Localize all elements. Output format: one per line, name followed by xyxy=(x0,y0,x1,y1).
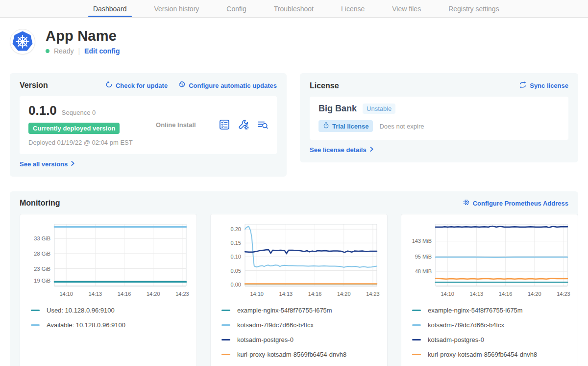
legend-item: Available: 10.128.0.96:9100 xyxy=(27,321,190,329)
version-number: 0.1.0 xyxy=(28,103,57,118)
legend-label: kotsadm-postgres-0 xyxy=(428,336,484,343)
chevron-right-icon xyxy=(71,160,75,168)
svg-text:14:16: 14:16 xyxy=(118,291,131,297)
monitoring-title: Monitoring xyxy=(20,199,60,208)
legend-item: kurl-proxy-kotsadm-8569fb6454-dnvh8 xyxy=(408,351,571,358)
preflight-checks-icon[interactable] xyxy=(219,119,230,130)
legend-item: example-nginx-54f8f76755-l675m xyxy=(408,307,571,314)
ready-status-label: Ready xyxy=(54,47,74,55)
current-version-panel: 0.1.0 Sequence 0 Currently deployed vers… xyxy=(20,96,277,154)
tab-troubleshoot[interactable]: Troubleshoot xyxy=(274,0,314,17)
legend-label: kurl-proxy-kotsadm-8569fb6454-dnvh8 xyxy=(428,351,537,358)
svg-text:95 MiB: 95 MiB xyxy=(415,254,432,260)
svg-text:0.10: 0.10 xyxy=(231,254,241,260)
legend-dash-icon xyxy=(412,354,421,355)
legend-dash-icon xyxy=(221,310,230,311)
gear-icon xyxy=(463,199,470,208)
app-logo xyxy=(10,29,35,54)
monitoring-section: Monitoring Configure Prometheus Address … xyxy=(10,191,578,366)
legend-item: kotsadm-7f9dc7d66c-b4tcx xyxy=(218,321,380,329)
memory-usage-legend: example-nginx-54f8f76755-l675mkotsadm-7f… xyxy=(408,307,571,358)
kubernetes-icon xyxy=(12,31,33,52)
license-card: License Sync license Big Bank xyxy=(300,73,578,162)
trial-license-badge: Trial license xyxy=(318,120,373,132)
schedule-icon xyxy=(178,81,186,90)
configure-prometheus-button[interactable]: Configure Prometheus Address xyxy=(463,199,568,208)
legend-item: kotsadm-postgres-0 xyxy=(408,336,571,343)
svg-text:19 GiB: 19 GiB xyxy=(34,278,50,284)
app-header: App Name Ready | Edit config xyxy=(10,28,578,55)
tab-registry-settings[interactable]: Registry settings xyxy=(448,0,499,17)
legend-item: kotsadm-7f9dc7d66c-b4tcx xyxy=(408,321,571,329)
tab-license[interactable]: License xyxy=(341,0,365,17)
svg-text:14:20: 14:20 xyxy=(147,291,160,297)
svg-text:14:23: 14:23 xyxy=(175,291,189,297)
channel-badge: Unstable xyxy=(363,104,395,114)
legend-item: kurl-proxy-kotsadm-8569fb6454-dnvh8 xyxy=(218,351,380,358)
legend-dash-icon xyxy=(31,324,40,326)
svg-text:33 GiB: 33 GiB xyxy=(34,235,50,241)
svg-text:14:20: 14:20 xyxy=(337,291,351,297)
svg-text:14:10: 14:10 xyxy=(59,291,73,297)
refresh-icon xyxy=(105,81,113,90)
tab-version-history[interactable]: Version history xyxy=(154,0,199,17)
svg-text:0.00: 0.00 xyxy=(231,282,241,288)
memory-usage-chart: 14:1014:1314:1614:2014:23143 MiB95 MiB48… xyxy=(408,220,571,300)
install-type-label: Online Install xyxy=(133,103,219,146)
legend-dash-icon xyxy=(221,339,230,340)
svg-text:0.20: 0.20 xyxy=(231,226,241,232)
check-for-update-button[interactable]: Check for update xyxy=(105,81,168,90)
cpu-usage-legend: example-nginx-54f8f76755-l675mkotsadm-7f… xyxy=(218,307,380,358)
legend-label: example-nginx-54f8f76755-l675m xyxy=(428,307,523,314)
legend-label: kurl-proxy-kotsadm-8569fb6454-dnvh8 xyxy=(237,351,346,358)
legend-dash-icon xyxy=(412,324,421,326)
svg-text:23 GiB: 23 GiB xyxy=(34,266,50,272)
legend-label: kotsadm-7f9dc7d66c-b4tcx xyxy=(237,321,314,329)
edit-config-icon[interactable] xyxy=(238,119,249,130)
legend-label: kotsadm-7f9dc7d66c-b4tcx xyxy=(428,321,504,329)
see-all-versions-link[interactable]: See all versions xyxy=(20,160,277,168)
legend-item: kotsadm-postgres-0 xyxy=(218,336,380,343)
svg-text:14:10: 14:10 xyxy=(441,291,454,297)
legend-dash-icon xyxy=(412,310,421,311)
svg-text:14:13: 14:13 xyxy=(470,291,484,297)
license-panel: Big Bank Unstable xyxy=(310,97,568,140)
tab-config[interactable]: Config xyxy=(226,0,246,17)
svg-text:14:13: 14:13 xyxy=(89,291,102,297)
sync-license-button[interactable]: Sync license xyxy=(519,81,568,90)
legend-dash-icon xyxy=(412,339,421,340)
license-customer-name: Big Bank xyxy=(318,104,357,114)
svg-text:14:23: 14:23 xyxy=(557,291,570,297)
configure-automatic-updates-button[interactable]: Configure automatic updates xyxy=(178,81,277,90)
page-title: App Name xyxy=(46,28,120,44)
edit-config-link[interactable]: Edit config xyxy=(84,47,120,55)
disk-usage-chart: 14:1014:1314:1614:2014:2333 GiB28 GiB23 … xyxy=(27,220,190,300)
tab-dashboard[interactable]: Dashboard xyxy=(93,0,127,17)
see-license-details-link[interactable]: See license details xyxy=(310,146,568,154)
legend-label: kotsadm-postgres-0 xyxy=(237,336,294,343)
license-card-title: License xyxy=(310,81,339,90)
stopwatch-icon xyxy=(323,122,329,130)
legend-dash-icon xyxy=(221,324,230,326)
sync-icon xyxy=(519,81,527,90)
cpu-usage-panel: 14:1014:1314:1614:2014:230.200.150.100.0… xyxy=(210,214,388,366)
svg-text:48 MiB: 48 MiB xyxy=(415,268,432,274)
view-diff-icon[interactable] xyxy=(257,119,268,130)
legend-label: Used: 10.128.0.96:9100 xyxy=(47,307,115,314)
svg-text:14:16: 14:16 xyxy=(308,291,322,297)
legend-label: Available: 10.128.0.96:9100 xyxy=(47,321,125,329)
tab-view-files[interactable]: View files xyxy=(392,0,421,17)
legend-dash-icon xyxy=(31,310,40,311)
sequence-label: Sequence 0 xyxy=(62,109,96,116)
svg-text:14:20: 14:20 xyxy=(528,291,541,297)
svg-text:14:10: 14:10 xyxy=(250,291,264,297)
license-expiry-label: Does not expire xyxy=(379,123,424,130)
svg-text:28 GiB: 28 GiB xyxy=(34,251,50,257)
legend-item: example-nginx-54f8f76755-l675m xyxy=(218,307,380,314)
version-card: Version Check for update xyxy=(10,73,287,177)
legend-label: example-nginx-54f8f76755-l675m xyxy=(237,307,332,314)
chevron-right-icon xyxy=(369,146,374,154)
svg-text:143 MiB: 143 MiB xyxy=(412,238,432,244)
svg-text:14:16: 14:16 xyxy=(499,291,513,297)
divider: | xyxy=(78,47,80,55)
